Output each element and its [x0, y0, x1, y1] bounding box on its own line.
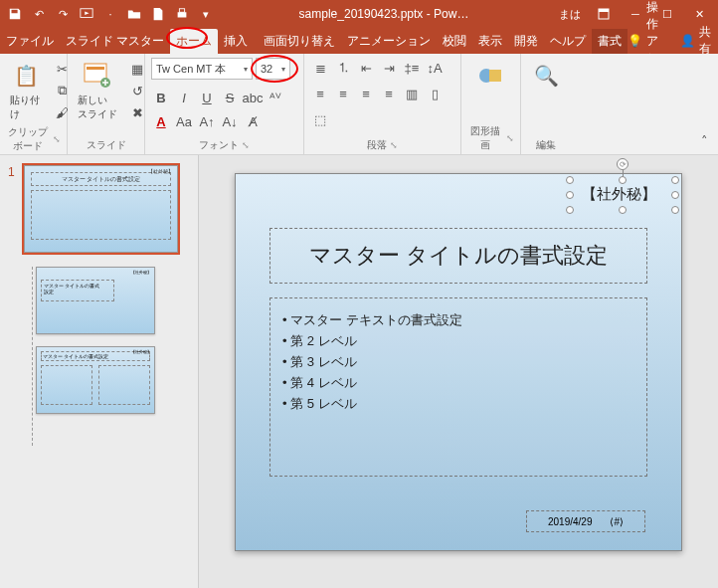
tab-view[interactable]: 表示 [472, 29, 508, 54]
expand-icon[interactable]: ⤡ [242, 140, 250, 150]
collapse-ribbon-icon[interactable]: ˄ [694, 130, 714, 150]
change-case-button[interactable]: Aa [174, 112, 194, 132]
selection-box[interactable]: ⟳ 【社外秘】 [570, 180, 675, 210]
tab-transitions[interactable]: 画面切り替え [258, 29, 341, 54]
paragraph-group-label: 段落⤡ [310, 138, 454, 152]
new-file-icon[interactable] [147, 3, 169, 25]
justify-button[interactable]: ≡ [379, 84, 399, 103]
font-color-button[interactable]: A [151, 112, 171, 132]
convert-smartart-button[interactable]: ⬚ [310, 110, 330, 130]
bold-button[interactable]: B [151, 88, 171, 107]
reset-icon[interactable]: ↺ [127, 81, 147, 100]
text-direction-button[interactable]: ↕A [425, 58, 445, 78]
find-button[interactable]: 🔍 [527, 58, 565, 94]
paste-button[interactable]: 📋 貼り付け [6, 58, 46, 123]
tab-file[interactable]: ファイル [0, 29, 60, 54]
strike-button[interactable]: S [220, 88, 240, 107]
resize-handle[interactable] [671, 191, 679, 199]
tab-review[interactable]: 校閲 [437, 29, 472, 54]
align-text-button[interactable]: ▯ [425, 84, 445, 103]
align-right-button[interactable]: ≡ [356, 84, 376, 103]
tab-help[interactable]: ヘルプ [544, 29, 592, 54]
bullets-button[interactable]: ≣ [310, 58, 330, 78]
resize-handle[interactable] [671, 176, 679, 184]
undo-icon[interactable]: ↶ [28, 3, 50, 25]
delete-slide-icon[interactable]: ✖ [127, 102, 147, 122]
numbering-button[interactable]: ⒈ [333, 58, 353, 78]
resize-handle[interactable] [566, 176, 574, 184]
resize-handle[interactable] [671, 206, 679, 214]
resize-handle[interactable] [566, 206, 574, 214]
slide-master[interactable]: ⟳ 【社外秘】 マスター タイトルの書式設定 マスター テキストの書式設定 第 … [235, 173, 682, 551]
svg-rect-2 [179, 9, 184, 13]
indent-decrease-button[interactable]: ⇤ [356, 58, 376, 78]
expand-icon[interactable]: ⤡ [506, 133, 514, 143]
tab-home-label: ホーム [176, 34, 212, 48]
underline-button[interactable]: U [197, 88, 217, 107]
paste-icon: 📋 [10, 60, 42, 92]
align-center-button[interactable]: ≡ [333, 84, 353, 103]
font-family-combo[interactable]: Tw Cen MT 本 ▾ [151, 58, 253, 80]
quick-print-icon[interactable] [171, 3, 193, 25]
start-slideshow-icon[interactable] [76, 3, 97, 25]
font-size-combo[interactable]: 32 ▾ [256, 58, 290, 80]
font-size-value: 32 [261, 63, 272, 75]
share-icon[interactable]: 👤 [680, 32, 695, 50]
redo-icon[interactable]: ↷ [52, 3, 74, 25]
tab-animations[interactable]: アニメーション [341, 29, 437, 54]
window-title: sample_20190423.pptx - Pow… [217, 7, 551, 21]
thumb-confidential: 【社外秘】 [148, 168, 173, 174]
shapes-button[interactable] [467, 58, 514, 94]
qat-customize-icon[interactable]: ▾ [195, 3, 217, 25]
columns-button[interactable]: ▥ [402, 84, 422, 103]
highlight-circle-size [251, 55, 298, 83]
ribbon: 📋 貼り付け ✂ ⧉ 🖌 クリップボード⤡ 新しい スライド ▦ ↺ ✖ スライ… [0, 54, 718, 155]
clipboard-group-label: クリップボード⤡ [6, 125, 61, 153]
thumb-confidential: 【社外秘】 [131, 270, 151, 275]
ribbon-display-icon[interactable] [589, 3, 619, 25]
layout-tree-line [32, 267, 33, 446]
italic-button[interactable]: I [174, 88, 194, 107]
master-thumbnail[interactable]: マスター タイトルの書式設定 【社外秘】 [24, 165, 178, 253]
font-group-label: フォント⤡ [151, 138, 297, 152]
shrink-font-button[interactable]: A↓ [220, 112, 240, 132]
title-placeholder[interactable]: マスター タイトルの書式設定 [269, 228, 647, 284]
resize-handle[interactable] [566, 191, 574, 199]
date-footer-placeholder[interactable]: 2019/4/29 ⟨#⟩ [526, 510, 645, 532]
qat-sep-icon: · [99, 3, 121, 25]
rotate-handle-icon[interactable]: ⟳ [617, 158, 628, 170]
expand-icon[interactable]: ⤡ [390, 140, 398, 150]
grow-font-button[interactable]: A↑ [197, 112, 217, 132]
layout-thumbnail-1[interactable]: マスター タイトルの書式 設定 【社外秘】 [36, 267, 155, 334]
body-lv1: マスター テキストの書式設定 [282, 311, 634, 329]
tab-developer[interactable]: 開発 [508, 29, 544, 54]
tab-insert[interactable]: 挿入 [218, 29, 254, 54]
tab-home[interactable]: ホーム [170, 29, 218, 54]
expand-icon[interactable]: ⤡ [53, 134, 61, 144]
line-spacing-button[interactable]: ‡≡ [402, 58, 422, 78]
open-icon[interactable] [123, 3, 145, 25]
save-icon[interactable] [4, 3, 26, 25]
confidential-text[interactable]: 【社外秘】 [576, 183, 662, 206]
tell-me-icon[interactable]: 💡 [628, 32, 642, 50]
clear-format-button[interactable]: A̸ [243, 112, 263, 132]
ribbon-group-slides: 新しい スライド ▦ ↺ ✖ スライド [68, 54, 145, 154]
text-shadow-button[interactable]: abc [243, 88, 263, 107]
new-slide-button[interactable]: 新しい スライド [74, 58, 121, 123]
thumb-title: マスター タイトルの書式 設定 [41, 280, 114, 301]
svg-rect-1 [178, 12, 187, 17]
tab-format[interactable]: 書式 [592, 29, 628, 54]
indent-increase-button[interactable]: ⇥ [379, 58, 399, 78]
slide-canvas-area[interactable]: ⟳ 【社外秘】 マスター タイトルの書式設定 マスター テキストの書式設定 第 … [199, 155, 718, 588]
date-text: 2019/4/29 [548, 516, 593, 527]
tab-slide-master[interactable]: スライド マスター [60, 29, 170, 54]
resize-handle[interactable] [619, 206, 627, 214]
thumb-title: マスター タイトルの書式設定 [31, 172, 171, 186]
align-left-button[interactable]: ≡ [310, 84, 330, 103]
user-name[interactable]: まは [559, 7, 581, 22]
share-label[interactable]: 共有 [699, 24, 711, 58]
layout-thumbnail-2[interactable]: マスター タイトルの書式設定 【社外秘】 [36, 346, 155, 414]
body-placeholder[interactable]: マスター テキストの書式設定 第 2 レベル 第 3 レベル 第 4 レベル 第… [269, 297, 647, 477]
layout-icon[interactable]: ▦ [127, 59, 147, 79]
char-spacing-button[interactable]: ᴬⱽ [266, 88, 285, 107]
